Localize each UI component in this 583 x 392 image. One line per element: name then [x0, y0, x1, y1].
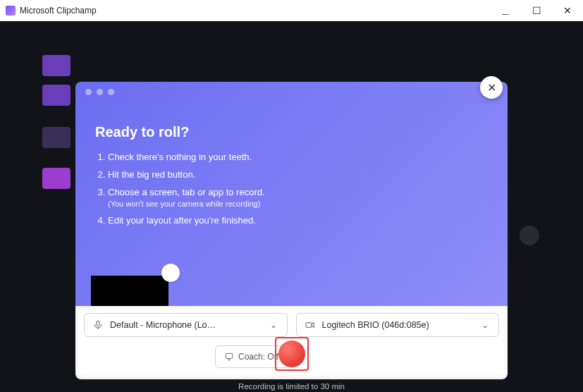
- media-thumbnail: [42, 55, 70, 76]
- media-thumbnail: [42, 168, 70, 189]
- camera-dropdown[interactable]: Logitech BRIO (046d:085e) ⌄: [296, 313, 500, 337]
- svg-rect-1: [306, 323, 312, 328]
- svg-rect-2: [226, 353, 232, 358]
- chevron-down-icon: ⌄: [481, 320, 491, 330]
- instruction-step: Edit your layout after you're finished.: [108, 214, 479, 228]
- instructions-panel: Ready to roll? Check there's nothing in …: [75, 82, 508, 306]
- media-thumbnail: [42, 85, 70, 106]
- instructions-heading: Ready to roll?: [95, 124, 479, 140]
- expand-icon: [166, 269, 175, 277]
- window-title: Microsoft Clipchamp: [20, 6, 97, 16]
- microphone-icon: [92, 319, 104, 331]
- window-close-button[interactable]: ✕: [552, 0, 583, 21]
- app-window: Microsoft Clipchamp ＿ ☐ ✕ ✕ Ready to rol…: [0, 0, 583, 392]
- instruction-step: Choose a screen, tab or app to record. (…: [108, 185, 479, 210]
- controls-bar: Default - Microphone (Lo… ⌄ Logitech BRI…: [75, 306, 508, 379]
- instruction-step: Hit the big red button.: [108, 168, 479, 182]
- coach-label: Coach: Off: [238, 352, 278, 362]
- svg-rect-0: [97, 321, 99, 326]
- camera-label: Logitech BRIO (046d:085e): [322, 320, 478, 330]
- window-traffic-lights-icon: [85, 89, 114, 95]
- record-button[interactable]: [278, 341, 305, 367]
- window-minimize-button[interactable]: ＿: [490, 0, 521, 21]
- coach-icon: [224, 352, 234, 362]
- instructions-list: Check there's nothing in your teeth. Hit…: [95, 150, 479, 228]
- instruction-subnote: (You won't see your camera while recordi…: [108, 198, 479, 210]
- record-modal: Ready to roll? Check there's nothing in …: [75, 82, 508, 379]
- camera-icon: [304, 319, 317, 331]
- expand-preview-button[interactable]: [161, 264, 180, 282]
- background-avatar: [520, 226, 539, 245]
- chevron-down-icon: ⌄: [270, 320, 280, 330]
- instructions-block: Ready to roll? Check there's nothing in …: [95, 124, 479, 232]
- app-background: ✕ Ready to roll? Check there's nothing i…: [0, 21, 583, 392]
- media-thumbnail: [42, 127, 70, 148]
- modal-close-button[interactable]: ✕: [480, 76, 503, 99]
- record-button-highlight: [275, 337, 309, 371]
- instruction-step-text: Choose a screen, tab or app to record.: [108, 187, 265, 197]
- recording-limit-note: Recording is limited to 30 min: [0, 382, 583, 391]
- window-maximize-button[interactable]: ☐: [521, 0, 552, 21]
- camera-preview: [91, 276, 168, 306]
- app-logo-icon: [6, 6, 16, 16]
- microphone-label: Default - Microphone (Lo…: [110, 320, 266, 330]
- instruction-step: Check there's nothing in your teeth.: [108, 150, 479, 164]
- microphone-dropdown[interactable]: Default - Microphone (Lo… ⌄: [84, 313, 288, 337]
- title-bar: Microsoft Clipchamp ＿ ☐ ✕: [0, 0, 583, 21]
